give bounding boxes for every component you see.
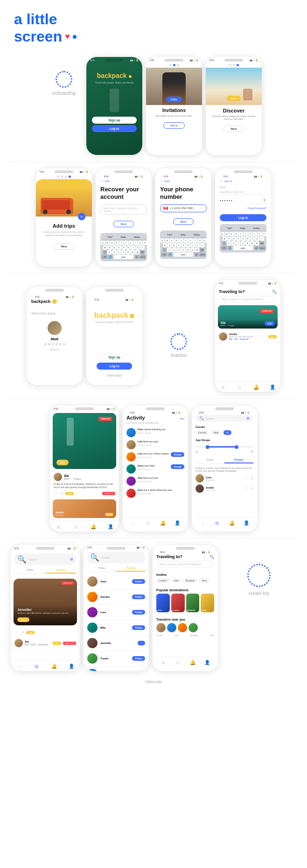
search-icon-2[interactable]: 🔍	[209, 555, 214, 559]
next-button[interactable]: Next	[173, 218, 193, 225]
join-button[interactable]: Join	[65, 492, 74, 495]
status-bar: 9:41 ▮▮ ≈ 🔋	[31, 294, 78, 299]
login-button[interactable]: Log in	[97, 363, 132, 370]
join-button[interactable]: Join	[227, 96, 241, 101]
travel-placeholder[interactable]: Enter a name of a city you're traveling …	[156, 561, 214, 567]
recover-input[interactable]: Enter email, username or phone number	[100, 204, 147, 215]
nav-person[interactable]: 👤	[68, 663, 75, 669]
password-field[interactable]: •••••• 👁	[220, 197, 266, 204]
nav-bell[interactable]: 🔔	[51, 663, 57, 669]
follow-button-sandra[interactable]: Follow	[132, 595, 145, 599]
next-button[interactable]: Next	[54, 243, 74, 250]
got-it-button[interactable]: Got it	[163, 122, 185, 129]
phone-number-input[interactable]: 🇨🇦 +1 (222) 459-7390	[160, 204, 207, 212]
back-button[interactable]: ← sign up	[220, 179, 266, 183]
tab-people[interactable]: People	[45, 567, 76, 574]
filter-icon[interactable]: ⊞	[70, 557, 73, 561]
nav-home[interactable]: ⌂	[131, 519, 137, 526]
share-button[interactable]: ↗	[60, 491, 63, 496]
follow-button-mila[interactable]: Follow	[132, 625, 145, 630]
signup-button[interactable]: Sign up	[92, 117, 137, 124]
not-you-link[interactable]: Not you?	[31, 348, 78, 351]
invite-chip-london[interactable]: London	[156, 578, 170, 583]
tab-trips[interactable]: Trips	[195, 457, 224, 463]
age-range-slider[interactable]: 21 35	[195, 443, 253, 453]
nav-search[interactable]: ◎	[237, 384, 243, 390]
nav-home[interactable]: ⌂	[160, 659, 167, 665]
nav-search[interactable]: ◎	[34, 663, 40, 669]
join-chip-2[interactable]: Join	[105, 513, 113, 516]
people-search-bar[interactable]: 🔍 Search ⊞	[14, 553, 76, 565]
chip-male[interactable]: Male	[211, 430, 222, 435]
next-button[interactable]: Next	[223, 126, 244, 132]
nav-search[interactable]: ◎	[214, 519, 221, 526]
create-trip-label[interactable]: create trip	[249, 591, 269, 596]
back-button[interactable]: ← back	[100, 179, 147, 183]
join-chip[interactable]: Join	[268, 335, 277, 338]
nav-search[interactable]: ◎	[175, 659, 181, 665]
join-button[interactable]: Join	[17, 617, 29, 622]
tab-people-2[interactable]: People	[116, 565, 145, 572]
search-bar[interactable]: 🔍 Search	[87, 552, 145, 563]
nav-bell[interactable]: 🔔	[160, 519, 166, 526]
search-bar[interactable]: 🔍 Search ⊞	[195, 415, 253, 422]
travel-search-input[interactable]: Enter a name of a city you're traveling …	[219, 296, 277, 302]
tab-trips-2[interactable]: Trips	[87, 565, 116, 572]
nav-person[interactable]: 👤	[107, 523, 114, 530]
nav-search[interactable]: ◎	[145, 519, 152, 526]
login-button[interactable]: Log in	[92, 125, 137, 132]
tab-people[interactable]: People	[224, 457, 253, 463]
email-field[interactable]: user@example.com	[220, 189, 266, 195]
nav-bell[interactable]: 🔔	[229, 519, 235, 526]
nav-person[interactable]: 👤	[269, 384, 276, 390]
search-placeholder: Search	[206, 417, 215, 420]
forgot-password-link[interactable]: Forgot Password?	[220, 207, 266, 210]
share-icon-1[interactable]: ↗	[250, 476, 253, 481]
next-button[interactable]: Next	[113, 221, 133, 227]
nav-bell[interactable]: 🔔	[189, 659, 196, 665]
join-chip[interactable]: Join	[26, 631, 35, 634]
accept-button-2[interactable]: Accept	[171, 464, 184, 469]
chip-all[interactable]: All	[223, 430, 232, 435]
accept-button[interactable]: Accept	[171, 452, 184, 457]
invite-chip-ibiza[interactable]: Ibiza	[199, 578, 209, 583]
search-icon[interactable]: 🔍	[272, 290, 277, 294]
follow-button-amy[interactable]: Follow	[132, 579, 145, 584]
slider-thumb-left[interactable]	[206, 445, 209, 449]
nav-person[interactable]: 👤	[204, 659, 210, 665]
share-button[interactable]: ↗	[21, 630, 24, 635]
join-chip[interactable]: Join	[56, 460, 69, 465]
nav-home[interactable]: ⌂	[16, 663, 23, 669]
chip-female[interactable]: Female	[195, 430, 209, 435]
login-button[interactable]: Log in	[220, 214, 266, 221]
filter-icon[interactable]: ⊞	[246, 416, 250, 420]
slider-thumb-right[interactable]	[235, 445, 238, 449]
phone-activity: 9:41 ▮▮ ≈ 🔋 Activity You On People you'r…	[123, 406, 188, 532]
tab-trips[interactable]: Trips	[14, 567, 45, 574]
invite-chip-bangkok[interactable]: Bangkok	[183, 578, 197, 583]
nav-home[interactable]: ⌂	[200, 519, 206, 526]
invite-button[interactable]: Invite	[166, 97, 181, 102]
nav-person[interactable]: 👤	[174, 519, 181, 526]
nav-search[interactable]: ◎	[73, 523, 79, 530]
heart-button[interactable]: ♡	[54, 491, 58, 496]
nav-person[interactable]: 👤	[243, 519, 250, 526]
nav-home[interactable]: ⌂	[220, 384, 227, 390]
join-chip-small[interactable]: Join	[53, 642, 61, 645]
signup-button[interactable]: Sign up	[97, 353, 132, 361]
notch	[36, 547, 55, 550]
share-icon-2[interactable]: ↗	[250, 486, 253, 491]
join-button[interactable]: Join	[265, 321, 275, 326]
heart-icon-2[interactable]: ♡	[244, 486, 248, 491]
nav-bell[interactable]: 🔔	[90, 523, 97, 530]
heart-icon-1[interactable]: ♡	[244, 476, 248, 481]
filter-person-2: André Oslo • Oslo ♡ ↗	[195, 484, 253, 493]
follow-button-lise[interactable]: Follow	[132, 610, 145, 615]
follow-button-travis[interactable]: Follow	[132, 656, 145, 661]
nav-bell[interactable]: 🔔	[253, 384, 259, 390]
nav-home[interactable]: ⌂	[56, 523, 62, 530]
follow-done-jennifer[interactable]: ✓	[138, 641, 145, 645]
back-button[interactable]: ← back	[160, 179, 207, 183]
invite-chip-oslo[interactable]: Oslo	[171, 578, 181, 583]
heart-button[interactable]: ♡	[14, 630, 19, 635]
